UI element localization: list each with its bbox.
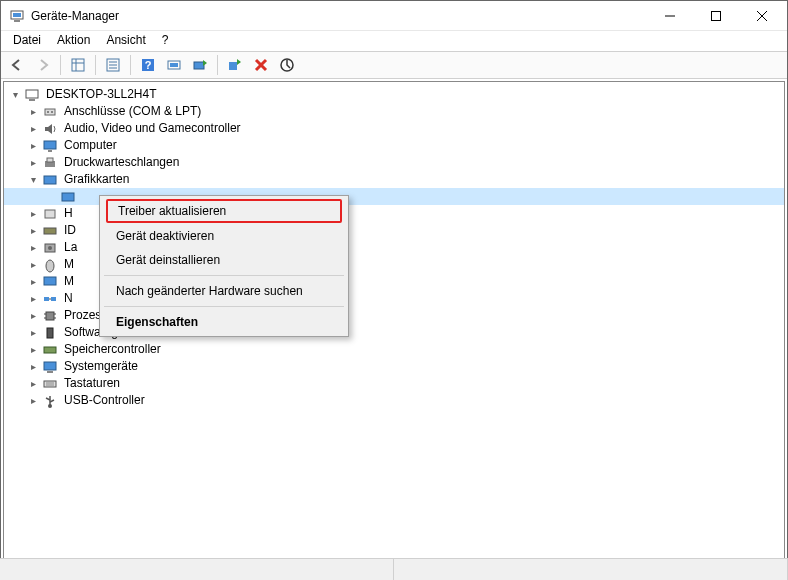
usb-icon xyxy=(42,393,58,409)
chevron-right-icon[interactable]: ▸ xyxy=(26,207,40,221)
tree-item-label: ID xyxy=(62,222,78,239)
svg-rect-50 xyxy=(44,362,56,370)
chevron-right-icon[interactable]: ▸ xyxy=(26,394,40,408)
svg-rect-19 xyxy=(229,62,237,70)
chevron-down-icon[interactable]: ▾ xyxy=(8,88,22,102)
chevron-right-icon[interactable]: ▸ xyxy=(26,224,40,238)
monitor-icon xyxy=(42,138,58,154)
tree-item-print-queues[interactable]: ▸ Druckwarteschlangen xyxy=(4,154,784,171)
svg-rect-7 xyxy=(72,59,84,71)
chevron-right-icon[interactable]: ▸ xyxy=(26,275,40,289)
help-button[interactable]: ? xyxy=(136,53,160,77)
scan-hardware-button[interactable] xyxy=(162,53,186,77)
menu-action[interactable]: Aktion xyxy=(49,31,98,51)
update-driver-button[interactable] xyxy=(188,53,212,77)
show-hide-tree-button[interactable] xyxy=(66,53,90,77)
svg-rect-25 xyxy=(45,109,55,115)
svg-rect-52 xyxy=(44,381,56,387)
svg-rect-49 xyxy=(44,347,56,353)
ctx-uninstall-device[interactable]: Gerät deinstallieren xyxy=(102,248,346,272)
uninstall-device-button[interactable] xyxy=(249,53,273,77)
software-device-icon xyxy=(42,325,58,341)
minimize-button[interactable] xyxy=(647,1,693,31)
svg-point-27 xyxy=(51,111,53,113)
ctx-update-driver[interactable]: Treiber aktualisieren xyxy=(106,199,342,223)
tree-item-keyboards[interactable]: ▸ Tastaturen xyxy=(4,375,784,392)
svg-rect-33 xyxy=(62,193,74,201)
back-button[interactable] xyxy=(5,53,29,77)
chevron-right-icon[interactable]: ▸ xyxy=(26,326,40,340)
svg-rect-23 xyxy=(26,90,38,98)
chevron-right-icon[interactable]: ▸ xyxy=(26,292,40,306)
status-cell xyxy=(0,559,394,580)
chevron-right-icon[interactable]: ▸ xyxy=(26,258,40,272)
tree-item-label: N xyxy=(62,290,75,307)
chevron-right-icon[interactable]: ▸ xyxy=(26,360,40,374)
tree-item-system-devices[interactable]: ▸ Systemgeräte xyxy=(4,358,784,375)
disable-device-button[interactable] xyxy=(275,53,299,77)
svg-rect-51 xyxy=(47,371,53,373)
toolbar-separator xyxy=(60,55,61,75)
ports-icon xyxy=(42,104,58,120)
tree-item-ports[interactable]: ▸ Anschlüsse (COM & LPT) xyxy=(4,103,784,120)
maximize-button[interactable] xyxy=(693,1,739,31)
audio-icon xyxy=(42,121,58,137)
toolbar: ? xyxy=(1,51,787,79)
chevron-down-icon[interactable]: ▾ xyxy=(26,173,40,187)
svg-point-37 xyxy=(48,246,52,250)
svg-rect-4 xyxy=(712,11,721,20)
keyboard-icon xyxy=(42,376,58,392)
tree-item-label: Speichercontroller xyxy=(62,341,163,358)
tree-item-display-adapters[interactable]: ▾ Grafikkarten xyxy=(4,171,784,188)
chevron-right-icon[interactable]: ▸ xyxy=(26,377,40,391)
tree-item-label: Computer xyxy=(62,137,119,154)
device-tree-panel: ▾ DESKTOP-3LL2H4T ▸ Anschlüsse (COM & LP… xyxy=(3,81,785,561)
enable-device-button[interactable] xyxy=(223,53,247,77)
system-device-icon xyxy=(42,359,58,375)
svg-rect-31 xyxy=(47,158,53,162)
close-button[interactable] xyxy=(739,1,785,31)
svg-rect-24 xyxy=(29,99,35,101)
chevron-right-icon[interactable]: ▸ xyxy=(26,343,40,357)
svg-rect-1 xyxy=(13,13,21,17)
tree-item-label: Systemgeräte xyxy=(62,358,140,375)
chevron-right-icon[interactable]: ▸ xyxy=(26,241,40,255)
network-icon xyxy=(42,291,58,307)
menu-file[interactable]: Datei xyxy=(5,31,49,51)
titlebar: Geräte-Manager xyxy=(1,1,787,31)
forward-button[interactable] xyxy=(31,53,55,77)
tree-item-storage-controllers[interactable]: ▸ Speichercontroller xyxy=(4,341,784,358)
tree-root[interactable]: ▾ DESKTOP-3LL2H4T xyxy=(4,86,784,103)
toolbar-separator xyxy=(130,55,131,75)
chevron-right-icon[interactable]: ▸ xyxy=(26,156,40,170)
menu-view[interactable]: Ansicht xyxy=(98,31,153,51)
properties-button[interactable] xyxy=(101,53,125,77)
tree-item-audio[interactable]: ▸ Audio, Video und Gamecontroller xyxy=(4,120,784,137)
svg-rect-28 xyxy=(44,141,56,149)
disk-icon xyxy=(42,240,58,256)
svg-rect-43 xyxy=(46,312,54,320)
display-adapter-icon xyxy=(42,172,58,188)
cpu-icon xyxy=(42,308,58,324)
svg-rect-18 xyxy=(194,62,204,69)
tree-item-label: Anschlüsse (COM & LPT) xyxy=(62,103,203,120)
chevron-right-icon[interactable]: ▸ xyxy=(26,122,40,136)
tree-item-usb-controllers[interactable]: ▸ USB-Controller xyxy=(4,392,784,409)
hid-icon xyxy=(42,206,58,222)
ctx-properties[interactable]: Eigenschaften xyxy=(102,310,346,334)
tree-item-label: La xyxy=(62,239,79,256)
chevron-right-icon[interactable]: ▸ xyxy=(26,105,40,119)
ctx-disable-device[interactable]: Gerät deaktivieren xyxy=(102,224,346,248)
tree-item-label: Tastaturen xyxy=(62,375,122,392)
ctx-scan-hardware[interactable]: Nach geänderter Hardware suchen xyxy=(102,279,346,303)
chevron-right-icon[interactable]: ▸ xyxy=(26,309,40,323)
tree-item-label: M xyxy=(62,273,76,290)
menu-help[interactable]: ? xyxy=(154,31,177,51)
svg-point-38 xyxy=(46,260,54,272)
svg-rect-39 xyxy=(44,277,56,285)
display-adapter-icon xyxy=(60,189,76,205)
tree-item-computer[interactable]: ▸ Computer xyxy=(4,137,784,154)
chevron-right-icon[interactable]: ▸ xyxy=(26,139,40,153)
tree-item-label: USB-Controller xyxy=(62,392,147,409)
window-title: Geräte-Manager xyxy=(31,9,647,23)
